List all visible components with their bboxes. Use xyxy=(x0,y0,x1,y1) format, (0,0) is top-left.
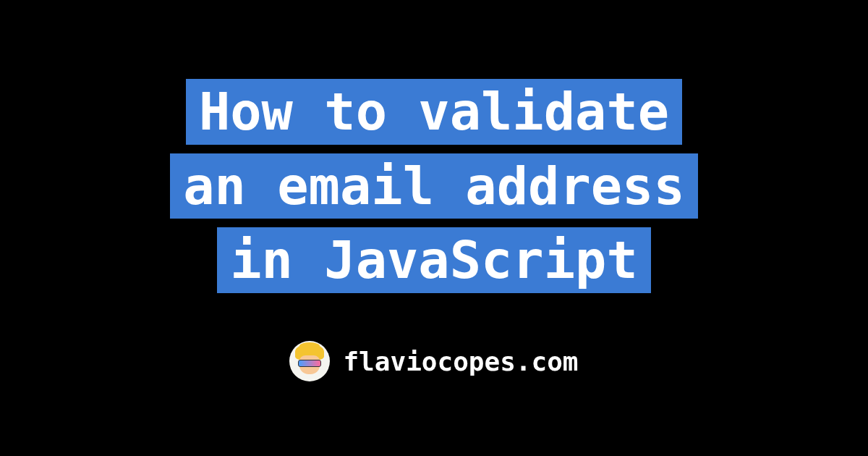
title-line-1: How to validate xyxy=(186,79,682,145)
site-name: flaviocopes.com xyxy=(343,347,578,376)
title-line-2: an email address xyxy=(170,153,698,219)
footer: flaviocopes.com xyxy=(289,341,578,381)
page-title: How to validate an email address in Java… xyxy=(170,75,698,297)
title-line-3: in JavaScript xyxy=(217,227,651,293)
avatar xyxy=(289,341,330,381)
